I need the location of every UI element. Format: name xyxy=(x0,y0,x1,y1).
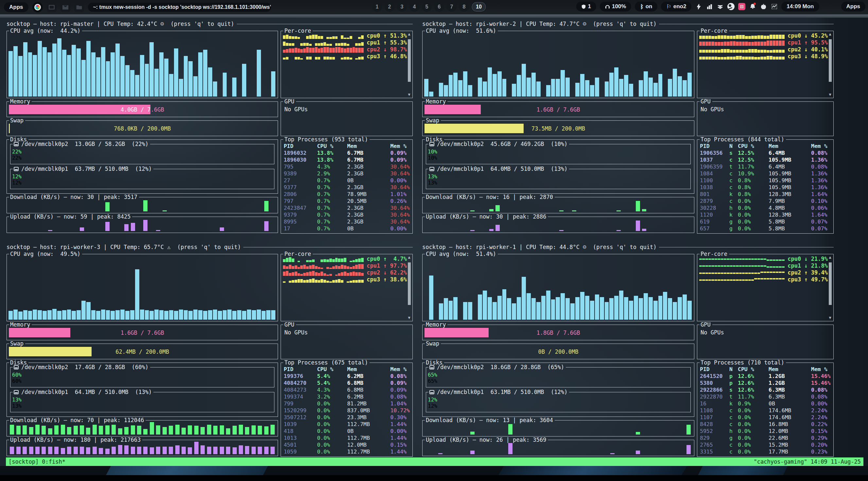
cpu-graph-bar xyxy=(473,33,478,96)
clock-indicator[interactable]: 14:09 Mon xyxy=(781,2,819,11)
download-bar xyxy=(92,199,98,211)
download-bar xyxy=(425,199,431,211)
cpu-graph-bar xyxy=(483,257,488,320)
process-cell: 12.6% xyxy=(738,387,769,393)
cpu-graph-bar xyxy=(86,257,91,320)
folder-icon[interactable] xyxy=(74,2,84,12)
workspace-pill-2[interactable]: 2 xyxy=(384,2,395,12)
scroll-down-icon[interactable]: ▼ xyxy=(829,93,831,96)
resource-bars-icon[interactable] xyxy=(706,2,713,11)
process-row: 7954.3%2.3GB30.64% xyxy=(284,163,410,170)
cpu-graph-bar xyxy=(488,33,493,96)
scrollbar-thumb[interactable] xyxy=(829,263,832,305)
bluetooth-indicator[interactable]: ᛒ on xyxy=(635,2,657,11)
process-cell: 1.36% xyxy=(811,184,831,190)
per-core-scrollbar[interactable]: ▲ ▼ xyxy=(828,255,832,320)
download-bar xyxy=(679,199,685,211)
process-cell: s xyxy=(729,150,738,156)
memory-panel: Memory 1.6GB / 7.6GB1.6GB / 7.6GB xyxy=(6,325,278,340)
per-core-scrollbar[interactable]: ▲ ▼ xyxy=(828,32,832,96)
volume-indicator[interactable]: 100% xyxy=(600,2,631,11)
memory-usage-bar: 1.6GB / 7.6GB1.6GB / 7.6GB xyxy=(425,105,692,114)
download-bar xyxy=(628,422,634,434)
scrollbar-thumb[interactable] xyxy=(408,39,411,82)
download-bar xyxy=(584,422,590,434)
steam-icon[interactable] xyxy=(727,3,735,10)
process-cell: 0.9% xyxy=(738,400,769,407)
per-core-sparkline xyxy=(283,47,364,53)
upload-bar xyxy=(584,218,590,231)
workspace-pill-5[interactable]: 5 xyxy=(422,2,432,12)
download-bar xyxy=(564,422,571,434)
process-cell: 0.08% xyxy=(390,373,410,379)
cpu-graph-bar xyxy=(223,257,228,320)
tmux-window-title[interactable]: ~: tmux new-session -d -s socktop 'sockt… xyxy=(88,3,271,12)
cpu-graph-bar xyxy=(673,257,678,320)
upload-bar xyxy=(22,218,28,231)
workspace-pill-1[interactable]: 1 xyxy=(372,2,382,12)
slack-app-icon[interactable] xyxy=(32,2,43,12)
top-processes-panel: Top Processes (710 total) PIDNCPU %MemMe… xyxy=(697,363,834,457)
process-cell: 0.0% xyxy=(738,421,769,427)
per-core-row: cpu0 ↑ 4.7% xyxy=(283,255,407,262)
vpn-shield-indicator[interactable]: 1 xyxy=(576,2,596,11)
scroll-up-icon[interactable]: ▲ xyxy=(408,255,410,259)
window-icon[interactable] xyxy=(47,2,57,12)
bar-label: 60% xyxy=(12,372,273,378)
cpu-graph-bar xyxy=(556,257,561,320)
scroll-up-icon[interactable]: ▲ xyxy=(408,32,410,36)
workspace-pill-10[interactable]: 10 xyxy=(472,2,486,12)
process-cell: 0.0% xyxy=(738,218,769,225)
upload-bar xyxy=(34,442,40,454)
process-cell: 0.0% xyxy=(738,205,769,211)
game-dice-icon[interactable]: ⚄ xyxy=(738,3,745,10)
scroll-down-icon[interactable]: ▼ xyxy=(408,316,410,320)
process-cell: 1.2GB xyxy=(769,380,811,386)
apps-overview-button[interactable]: Apps xyxy=(841,2,866,11)
cpu-history-graph xyxy=(8,257,276,320)
cpu-graph-bar xyxy=(473,257,478,320)
workspace-pill-8[interactable]: 8 xyxy=(459,2,469,12)
scrollbar-thumb[interactable] xyxy=(408,263,411,305)
notification-bell-icon[interactable] xyxy=(749,2,756,11)
process-cell: 1.44% xyxy=(390,435,410,441)
download-bar xyxy=(552,422,558,434)
mail-icon[interactable] xyxy=(61,2,70,12)
scroll-down-icon[interactable]: ▼ xyxy=(408,93,410,96)
workspace-pill-7[interactable]: 7 xyxy=(447,2,457,12)
upload-bar xyxy=(111,218,117,231)
per-core-label: cpu2 ↑ 39.4% xyxy=(787,269,828,276)
workspace-pill-3[interactable]: 3 xyxy=(397,2,407,12)
process-cell: 0.09% xyxy=(390,150,410,156)
per-core-scrollbar[interactable]: ▲ ▼ xyxy=(407,32,411,96)
network-indicator[interactable]: ⚐ eno2 xyxy=(661,2,691,11)
scrollbar-thumb[interactable] xyxy=(829,39,832,82)
scroll-down-icon[interactable]: ▼ xyxy=(829,316,831,320)
cpu-graph-bar xyxy=(624,33,629,96)
process-cell: 174.6MB xyxy=(769,408,811,414)
upload-bar xyxy=(609,218,616,231)
scroll-up-icon[interactable]: ▲ xyxy=(829,32,831,36)
cpu-graph-bar xyxy=(551,33,556,96)
power-bolt-icon[interactable] xyxy=(695,2,702,11)
cpu-graph-bar xyxy=(683,33,687,96)
workspace-pill-4[interactable]: 4 xyxy=(409,2,419,12)
power-icon[interactable] xyxy=(760,2,767,11)
cpu-history-graph xyxy=(424,257,692,320)
system-monitor-tray-icon[interactable] xyxy=(771,2,778,11)
download-bar xyxy=(507,199,514,211)
process-cell: 0.08% xyxy=(811,387,831,393)
scroll-up-icon[interactable]: ▲ xyxy=(829,255,831,259)
gpu-status-text: No GPUs xyxy=(281,101,412,117)
layers-stack-icon[interactable] xyxy=(717,2,724,11)
cpu-graph-bar xyxy=(140,257,145,320)
per-core-scrollbar[interactable]: ▲ ▼ xyxy=(407,255,411,320)
process-row: 93770.7%2.3GB30.64% xyxy=(284,184,410,191)
process-cell: 0.07% xyxy=(811,226,831,232)
process-cell: 2641520 xyxy=(700,373,729,379)
cpu-graph-bar xyxy=(76,33,82,96)
upload-bar xyxy=(463,218,469,231)
download-panel: Download (KB/s) — now: 70 | peak: 112046 xyxy=(6,420,278,437)
workspace-pill-6[interactable]: 6 xyxy=(434,2,444,12)
apps-menu-button[interactable]: Apps xyxy=(4,2,28,12)
